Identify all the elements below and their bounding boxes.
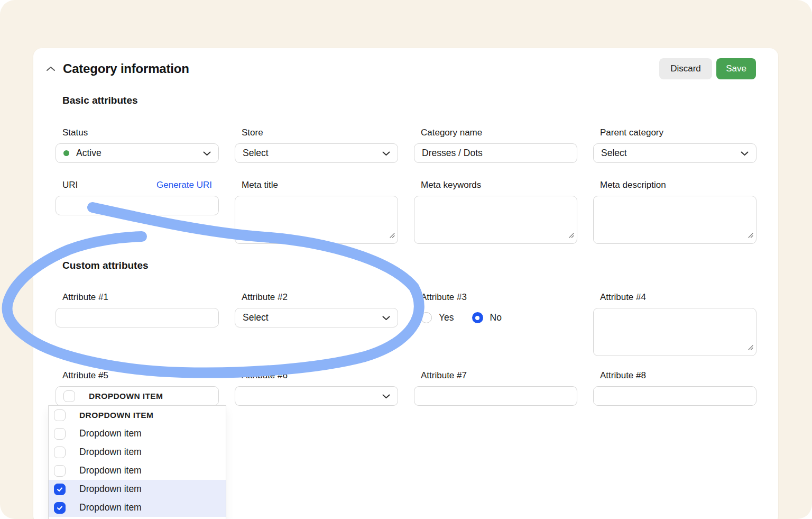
meta-title-cell: Meta title [235, 180, 398, 244]
meta-title-label: Meta title [235, 180, 398, 190]
parent-category-label: Parent category [593, 128, 756, 138]
attribute7-label: Attribute #7 [414, 370, 577, 381]
checkbox-icon[interactable] [54, 409, 66, 421]
radio-icon[interactable] [421, 312, 432, 323]
dropdown-item-label: Dropdown item [79, 428, 142, 439]
meta-description-label: Meta description [593, 180, 756, 190]
status-active-dot-icon [63, 150, 69, 156]
checkbox-icon[interactable] [54, 502, 66, 514]
custom-row-2: Attribute #5 DROPDOWN ITEM DROPDOWN ITEM… [56, 370, 756, 406]
attribute5-selected-item[interactable]: DROPDOWN ITEM [63, 387, 163, 405]
checkbox-icon[interactable] [54, 447, 66, 458]
attribute2-label: Attribute #2 [235, 292, 398, 303]
custom-row-1: Attribute #1 Attribute #2 Select Attribu… [56, 292, 756, 356]
status-cell: Status Active [56, 128, 219, 163]
attribute5-label: Attribute #5 [56, 370, 219, 381]
attribute1-label: Attribute #1 [56, 292, 219, 303]
attribute7-input[interactable] [414, 386, 577, 406]
attribute6-cell: Attribute #6 [235, 370, 398, 406]
category-name-label: Category name [414, 128, 577, 138]
category-name-cell: Category name Dresses / Dots [414, 128, 577, 163]
attribute3-option-no-label: No [490, 312, 502, 323]
checkbox-icon[interactable] [54, 428, 66, 440]
status-value: Active [76, 148, 102, 159]
attribute3-option-yes-label: Yes [439, 312, 454, 323]
basic-attributes-heading: Basic attributes [62, 95, 138, 106]
attribute4-cell: Attribute #4 [593, 292, 756, 356]
attribute5-cell: Attribute #5 DROPDOWN ITEM DROPDOWN ITEM… [56, 370, 219, 406]
meta-keywords-label: Meta keywords [414, 180, 577, 190]
attribute1-input[interactable] [56, 308, 219, 327]
attribute4-label: Attribute #4 [593, 292, 756, 303]
dropdown-item[interactable]: Dropdown item [49, 461, 226, 480]
page-title: Category information [63, 61, 189, 76]
collapse-section-button[interactable] [43, 61, 58, 76]
attribute5-multiselect-control[interactable]: DROPDOWN ITEM DROPDOWN ITEMDropdown item… [56, 386, 219, 406]
checkbox-icon[interactable] [54, 465, 66, 477]
chevron-down-icon [382, 312, 390, 323]
attribute2-select[interactable]: Select [235, 308, 398, 327]
attribute2-placeholder: Select [243, 312, 269, 323]
chevron-down-icon [382, 148, 390, 159]
uri-cell: URI Generate URI [56, 180, 219, 244]
page-background: Category information Discard Save Basic … [0, 0, 812, 519]
store-placeholder: Select [243, 148, 269, 159]
uri-label: URI [62, 180, 78, 190]
dropdown-item[interactable]: Dropdown item [49, 424, 226, 443]
dropdown-item[interactable]: Dropdown item [49, 498, 226, 517]
dropdown-item-label: Dropdown item [79, 447, 142, 458]
basic-row-2: URI Generate URI Meta title Meta keyword… [56, 180, 756, 244]
checkbox-icon[interactable] [54, 484, 66, 495]
attribute6-select[interactable] [235, 386, 398, 406]
status-select[interactable]: Active [56, 143, 219, 163]
attribute7-cell: Attribute #7 [414, 370, 577, 406]
store-label: Store [235, 128, 398, 138]
status-label: Status [56, 128, 219, 138]
chevron-down-icon [741, 148, 749, 159]
category-information-card: Category information Discard Save Basic … [33, 48, 778, 519]
custom-attributes-heading: Custom attributes [62, 260, 149, 271]
meta-keywords-cell: Meta keywords [414, 180, 577, 244]
attribute1-cell: Attribute #1 [56, 292, 219, 356]
attribute8-label: Attribute #8 [593, 370, 756, 381]
dropdown-item[interactable]: Dropdown item [49, 480, 226, 498]
meta-description-cell: Meta description [593, 180, 756, 244]
chevron-up-icon [46, 65, 56, 73]
chevron-down-icon [203, 148, 211, 159]
discard-button[interactable]: Discard [659, 58, 712, 79]
resize-handle-icon[interactable] [568, 230, 574, 241]
store-cell: Store Select [235, 128, 398, 163]
parent-category-placeholder: Select [601, 148, 627, 159]
attribute6-label: Attribute #6 [235, 370, 398, 381]
resize-handle-icon[interactable] [389, 230, 395, 241]
attribute4-textarea[interactable] [593, 308, 756, 356]
dropdown-item-label: DROPDOWN ITEM [79, 411, 153, 420]
dropdown-item[interactable]: Dropdown item [49, 443, 226, 461]
meta-keywords-textarea[interactable] [414, 196, 577, 244]
attribute3-radio-yes[interactable]: Yes [421, 312, 454, 323]
checkbox-icon[interactable] [63, 390, 75, 402]
dropdown-item-label: Dropdown item [79, 484, 142, 495]
attribute3-radio-group: Yes No [414, 308, 577, 327]
uri-input[interactable] [56, 196, 219, 215]
attribute8-input[interactable] [593, 386, 756, 406]
category-name-value: Dresses / Dots [422, 148, 483, 159]
store-select[interactable]: Select [235, 143, 398, 163]
chevron-down-icon [382, 390, 390, 402]
radio-icon[interactable] [472, 312, 483, 323]
generate-uri-link[interactable]: Generate URI [156, 180, 212, 190]
dropdown-item-label: Dropdown item [79, 465, 142, 476]
attribute2-cell: Attribute #2 Select [235, 292, 398, 356]
meta-description-textarea[interactable] [593, 196, 756, 244]
resize-handle-icon[interactable] [747, 342, 753, 353]
dropdown-item[interactable]: DROPDOWN ITEM [49, 406, 226, 424]
attribute3-radio-no[interactable]: No [472, 312, 502, 323]
meta-title-textarea[interactable] [235, 196, 398, 244]
save-button[interactable]: Save [716, 58, 756, 79]
category-name-input[interactable]: Dresses / Dots [414, 143, 577, 163]
attribute8-cell: Attribute #8 [593, 370, 756, 406]
parent-category-select[interactable]: Select [593, 143, 756, 163]
attribute3-cell: Attribute #3 Yes No [414, 292, 577, 356]
resize-handle-icon[interactable] [747, 230, 753, 241]
parent-category-cell: Parent category Select [593, 128, 756, 163]
